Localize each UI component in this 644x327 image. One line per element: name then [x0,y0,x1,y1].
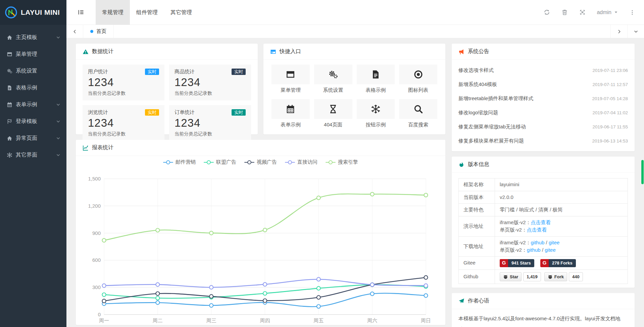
warning-triangle-icon [83,49,89,55]
quick-item-icon-list[interactable]: 图标列表 [399,65,437,95]
announcement-item[interactable]: 修复多模块菜单栏展开有问题 2019-06-13 14:53 [458,134,628,148]
status-badge: 实时 [232,69,246,75]
demo-link[interactable]: 点击查看 [531,219,551,225]
gitee-forks-badge[interactable]: G278 Forks [540,259,576,267]
table-row: 当前版本 v2.0.0 [459,191,628,204]
sidebar-item-table-demo[interactable]: 表格示例 [0,79,66,96]
announcement-date: 2019-06-13 14:53 [592,138,628,144]
quick-item-table-demo[interactable]: 表格示例 [357,65,395,95]
svg-text:周五: 周五 [313,318,324,323]
announcement-item[interactable]: 修改logo缩放问题 2019-07-04 11:02 [458,106,628,120]
sidebar: LAYUI MINI 主页模板 菜单管理 系统设置 表格示例 表单示例 登录模板 [0,0,66,327]
legend-label: 邮件营销 [176,159,196,165]
card-header: 数据统计 [76,44,258,60]
search-icon [413,104,423,114]
nav-tab-regular[interactable]: 常规管理 [96,0,130,25]
chevron-right-icon [617,29,622,34]
tab-scroll-left-button[interactable] [66,25,83,38]
github-star-count[interactable]: 1,419 [523,272,541,282]
announcement-item[interactable]: 新增系统404模板 2019-07-11 12:57 [458,77,628,91]
stat-box-users: 用户统计 实时 1234 当前分类总记录数 [83,65,164,100]
sidebar-item-form-demo[interactable]: 表单示例 [0,96,66,113]
announcement-item[interactable]: 新增treetable插件和菜单管理样式 2019-07-05 14:28 [458,91,628,106]
header-nav: 常规管理 组件管理 其它管理 [96,0,198,25]
stat-box-goods: 商品统计 实时 1234 当前分类总记录数 [169,65,251,100]
quick-item-menu-manage[interactable]: 菜单管理 [271,65,310,95]
legend-item[interactable]: 视频广告 [244,159,277,165]
flame-icon [458,162,464,168]
quick-entry-card: 快捷入口 菜单管理 系统设置 表格示例 [263,44,445,134]
author-note-text: 本模板基于layui2.5.4以及font-awesome-4.7.0进行实现。… [458,313,628,327]
quick-item-form-demo[interactable]: 表单示例 [271,99,310,130]
tab-scroll-right-button[interactable] [610,25,627,38]
announcement-item[interactable]: 修复左侧菜单缩放tab无法移动 2019-06-17 11:55 [458,120,628,134]
announcement-item[interactable]: 修改选项卡样式 2019-07-11 23:06 [458,63,628,77]
download-link-gitee[interactable]: gitee [545,247,556,253]
table-row: Github Star1,419Fork440 [459,270,628,284]
download-link-gitee[interactable]: gitee [549,240,560,245]
github-fork-count[interactable]: 440 [569,272,583,282]
card-header: 快捷入口 [263,44,445,60]
sidebar-item-other-ui[interactable]: 其它界面 [0,147,66,163]
sidebar-item-login-template[interactable]: 登录模板 [0,113,66,130]
quick-item-baidu-search[interactable]: 百度搜索 [399,99,437,130]
legend-item[interactable]: 联盟广告 [204,159,236,165]
sidebar-item-home-template[interactable]: 主页模板 [0,29,66,46]
username: admin [597,9,611,15]
window-icon [286,70,295,79]
quick-item-button-demo[interactable]: 按钮示例 [357,99,395,130]
top-header: 常规管理 组件管理 其它管理 admin [66,0,644,25]
tab-operations-button[interactable] [627,25,644,38]
chevron-down-icon [56,136,60,140]
app-title: LAYUI MINI [21,8,60,16]
clear-cache-button[interactable] [556,9,574,15]
more-menu-button[interactable] [624,9,635,15]
quick-item-404-page[interactable]: 404页面 [314,99,352,130]
menu-fold-button[interactable] [66,9,96,16]
svg-text:周日: 周日 [421,318,431,323]
fullscreen-button[interactable] [574,9,591,15]
sidebar-menu: 主页模板 菜单管理 系统设置 表格示例 表单示例 登录模板 异常页面 [0,25,66,163]
legend-marker-icon [163,160,173,164]
nav-tab-other[interactable]: 其它管理 [164,0,198,25]
stat-value: 1234 [88,76,159,89]
github-star-button[interactable]: Star [500,272,522,282]
chevron-down-icon [56,119,60,124]
stat-sub-label: 当前分类总记录数 [175,90,246,96]
user-menu[interactable]: admin [591,9,624,15]
refresh-icon [544,9,550,15]
report-line-chart: 周一周二周三周四周五周六周日03006009001,2001,500 [76,167,445,325]
github-icon [503,274,508,279]
demo-link[interactable]: 点击查看 [527,227,547,233]
sidebar-item-error-pages[interactable]: 异常页面 [0,130,66,147]
github-fork-button[interactable]: Fork [544,272,567,282]
quick-grid: 菜单管理 系统设置 表格示例 图标列表 [271,65,437,130]
legend-item[interactable]: 邮件营销 [163,159,196,165]
quick-item-system-settings[interactable]: 系统设置 [314,65,352,95]
sidebar-item-system-settings[interactable]: 系统设置 [0,63,66,79]
svg-text:周六: 周六 [367,318,377,323]
refresh-button[interactable] [538,9,556,15]
gitee-stars-badge[interactable]: G941 Stars [500,259,534,267]
data-stats-card: 数据统计 用户统计 实时 1234 当前分类总记录数 商品统计 [76,44,258,134]
report-chart-card: 报表统计 邮件营销联盟广告视频广告直接访问搜索引擎 周一周二周三周四周五周六周日… [76,140,445,325]
announcement-list: 修改选项卡样式 2019-07-11 23:06 新增系统404模板 2019-… [458,63,628,148]
tab-home[interactable]: 首页 [83,25,114,38]
sidebar-item-menu-manage[interactable]: 菜单管理 [0,46,66,63]
app-logo[interactable]: LAYUI MINI [0,0,66,25]
nav-tab-components[interactable]: 组件管理 [130,0,164,25]
table-row: 框架名称 layuimini [459,178,628,191]
chevron-down-icon [634,29,638,34]
header-actions: admin [538,9,644,15]
megaphone-icon [458,49,464,55]
cogs-icon [7,68,12,74]
chart-legend: 邮件营销联盟广告视频广告直接访问搜索引擎 [76,159,445,167]
window-icon [7,51,12,57]
download-link-github[interactable]: github [527,247,541,253]
kebab-menu-icon [629,9,635,15]
vertical-scrollbar-thumb[interactable] [641,160,644,184]
download-link-github[interactable]: github [531,240,545,245]
legend-item[interactable]: 直接访问 [285,159,317,165]
legend-item[interactable]: 搜索引擎 [326,159,358,165]
svg-text:周一: 周一 [99,318,109,323]
